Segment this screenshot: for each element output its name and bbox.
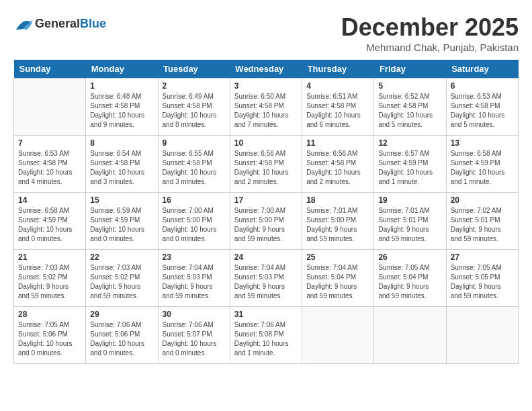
day-number: 22 xyxy=(90,253,153,262)
calendar-cell: 8Sunrise: 6:54 AMSunset: 4:58 PMDaylight… xyxy=(86,136,158,193)
weekday-header: Wednesday xyxy=(230,60,302,79)
cell-info: Sunrise: 7:01 AMSunset: 5:00 PMDaylight:… xyxy=(306,206,369,244)
calendar-cell: 14Sunrise: 6:58 AMSunset: 4:59 PMDayligh… xyxy=(14,193,86,250)
calendar-cell: 17Sunrise: 7:00 AMSunset: 5:00 PMDayligh… xyxy=(230,193,302,250)
calendar-week-row: 1Sunrise: 6:48 AMSunset: 4:58 PMDaylight… xyxy=(14,79,519,136)
calendar-cell xyxy=(302,307,374,364)
day-number: 27 xyxy=(451,253,514,262)
cell-info: Sunrise: 7:00 AMSunset: 5:00 PMDaylight:… xyxy=(163,206,226,244)
cell-info: Sunrise: 6:50 AMSunset: 4:58 PMDaylight:… xyxy=(234,92,298,130)
calendar-cell: 31Sunrise: 7:06 AMSunset: 5:08 PMDayligh… xyxy=(230,307,302,364)
cell-info: Sunrise: 6:56 AMSunset: 4:58 PMDaylight:… xyxy=(306,149,369,187)
day-number: 4 xyxy=(306,81,369,91)
day-number: 31 xyxy=(234,310,298,319)
cell-info: Sunrise: 7:04 AMSunset: 5:03 PMDaylight:… xyxy=(234,263,298,301)
cell-info: Sunrise: 6:48 AMSunset: 4:58 PMDaylight:… xyxy=(90,92,153,130)
cell-info: Sunrise: 7:06 AMSunset: 5:08 PMDaylight:… xyxy=(234,320,298,358)
day-number: 2 xyxy=(163,81,226,91)
cell-info: Sunrise: 6:57 AMSunset: 4:59 PMDaylight:… xyxy=(378,149,441,187)
calendar-week-row: 21Sunrise: 7:03 AMSunset: 5:02 PMDayligh… xyxy=(14,250,519,307)
calendar-cell: 18Sunrise: 7:01 AMSunset: 5:00 PMDayligh… xyxy=(302,193,374,250)
cell-info: Sunrise: 7:05 AMSunset: 5:06 PMDaylight:… xyxy=(18,320,81,358)
cell-info: Sunrise: 6:55 AMSunset: 4:58 PMDaylight:… xyxy=(163,149,226,187)
location-text: Mehmand Chak, Punjab, Pakistan xyxy=(341,42,519,53)
calendar-cell: 2Sunrise: 6:49 AMSunset: 4:58 PMDaylight… xyxy=(158,79,230,136)
logo-blue-text: Blue xyxy=(80,17,106,31)
calendar-cell: 10Sunrise: 6:56 AMSunset: 4:58 PMDayligh… xyxy=(230,136,302,193)
calendar-cell: 11Sunrise: 6:56 AMSunset: 4:58 PMDayligh… xyxy=(302,136,374,193)
calendar-cell: 30Sunrise: 7:06 AMSunset: 5:07 PMDayligh… xyxy=(158,307,230,364)
cell-info: Sunrise: 7:06 AMSunset: 5:07 PMDaylight:… xyxy=(163,320,226,358)
day-number: 29 xyxy=(90,310,153,319)
weekday-header: Saturday xyxy=(446,60,518,79)
calendar-header: SundayMondayTuesdayWednesdayThursdayFrid… xyxy=(14,60,519,79)
cell-info: Sunrise: 7:01 AMSunset: 5:01 PMDaylight:… xyxy=(378,206,441,244)
calendar-week-row: 28Sunrise: 7:05 AMSunset: 5:06 PMDayligh… xyxy=(14,307,519,364)
calendar-cell: 29Sunrise: 7:06 AMSunset: 5:06 PMDayligh… xyxy=(86,307,158,364)
calendar-cell: 16Sunrise: 7:00 AMSunset: 5:00 PMDayligh… xyxy=(158,193,230,250)
calendar-cell: 23Sunrise: 7:04 AMSunset: 5:03 PMDayligh… xyxy=(158,250,230,307)
calendar-cell: 22Sunrise: 7:03 AMSunset: 5:02 PMDayligh… xyxy=(86,250,158,307)
calendar-table: SundayMondayTuesdayWednesdayThursdayFrid… xyxy=(13,60,519,364)
day-number: 20 xyxy=(451,195,514,205)
calendar-cell: 13Sunrise: 6:58 AMSunset: 4:59 PMDayligh… xyxy=(446,136,518,193)
day-number: 16 xyxy=(163,195,226,205)
day-number: 23 xyxy=(163,253,226,262)
calendar-cell: 5Sunrise: 6:52 AMSunset: 4:58 PMDaylight… xyxy=(374,79,446,136)
calendar-cell: 4Sunrise: 6:51 AMSunset: 4:58 PMDaylight… xyxy=(302,79,374,136)
day-number: 26 xyxy=(378,253,441,262)
calendar-cell: 1Sunrise: 6:48 AMSunset: 4:58 PMDaylight… xyxy=(86,79,158,136)
calendar-cell: 7Sunrise: 6:53 AMSunset: 4:58 PMDaylight… xyxy=(14,136,86,193)
day-number: 13 xyxy=(451,138,514,148)
calendar-cell: 9Sunrise: 6:55 AMSunset: 4:58 PMDaylight… xyxy=(158,136,230,193)
calendar-cell: 20Sunrise: 7:02 AMSunset: 5:01 PMDayligh… xyxy=(446,193,518,250)
calendar-cell: 6Sunrise: 6:53 AMSunset: 4:58 PMDaylight… xyxy=(446,79,518,136)
day-number: 5 xyxy=(378,81,441,91)
day-number: 8 xyxy=(90,138,153,148)
cell-info: Sunrise: 6:53 AMSunset: 4:58 PMDaylight:… xyxy=(18,149,81,187)
day-number: 14 xyxy=(18,195,81,205)
cell-info: Sunrise: 6:49 AMSunset: 4:58 PMDaylight:… xyxy=(163,92,226,130)
cell-info: Sunrise: 6:53 AMSunset: 4:58 PMDaylight:… xyxy=(451,92,514,130)
calendar-week-row: 7Sunrise: 6:53 AMSunset: 4:58 PMDaylight… xyxy=(14,136,519,193)
cell-info: Sunrise: 6:54 AMSunset: 4:58 PMDaylight:… xyxy=(90,149,153,187)
day-number: 15 xyxy=(90,195,153,205)
calendar-week-row: 14Sunrise: 6:58 AMSunset: 4:59 PMDayligh… xyxy=(14,193,519,250)
day-number: 24 xyxy=(234,253,298,262)
day-number: 3 xyxy=(234,81,298,91)
cell-info: Sunrise: 6:58 AMSunset: 4:59 PMDaylight:… xyxy=(451,149,514,187)
calendar-cell: 15Sunrise: 6:59 AMSunset: 4:59 PMDayligh… xyxy=(86,193,158,250)
calendar-cell: 26Sunrise: 7:05 AMSunset: 5:04 PMDayligh… xyxy=(374,250,446,307)
page-header: GeneralBlue December 2025 Mehmand Chak, … xyxy=(13,13,519,53)
day-number: 7 xyxy=(18,138,81,148)
day-number: 1 xyxy=(90,81,153,91)
calendar-cell: 21Sunrise: 7:03 AMSunset: 5:02 PMDayligh… xyxy=(14,250,86,307)
cell-info: Sunrise: 7:03 AMSunset: 5:02 PMDaylight:… xyxy=(18,263,81,301)
day-number: 19 xyxy=(378,195,441,205)
cell-info: Sunrise: 6:52 AMSunset: 4:58 PMDaylight:… xyxy=(378,92,441,130)
day-number: 18 xyxy=(306,195,369,205)
weekday-header: Tuesday xyxy=(158,60,230,79)
cell-info: Sunrise: 7:00 AMSunset: 5:00 PMDaylight:… xyxy=(234,206,298,244)
calendar-body: 1Sunrise: 6:48 AMSunset: 4:58 PMDaylight… xyxy=(14,79,519,364)
weekday-header: Sunday xyxy=(14,60,86,79)
day-number: 12 xyxy=(378,138,441,148)
weekday-header: Thursday xyxy=(302,60,374,79)
day-number: 11 xyxy=(306,138,369,148)
cell-info: Sunrise: 7:04 AMSunset: 5:03 PMDaylight:… xyxy=(163,263,226,301)
day-number: 28 xyxy=(18,310,81,319)
cell-info: Sunrise: 7:06 AMSunset: 5:06 PMDaylight:… xyxy=(90,320,153,358)
calendar-cell: 27Sunrise: 7:05 AMSunset: 5:05 PMDayligh… xyxy=(446,250,518,307)
logo-general-text: General xyxy=(35,17,80,31)
calendar-cell xyxy=(14,79,86,136)
weekday-header: Monday xyxy=(86,60,158,79)
calendar-cell xyxy=(374,307,446,364)
cell-info: Sunrise: 7:02 AMSunset: 5:01 PMDaylight:… xyxy=(451,206,514,244)
cell-info: Sunrise: 6:58 AMSunset: 4:59 PMDaylight:… xyxy=(18,206,81,244)
day-number: 30 xyxy=(163,310,226,319)
cell-info: Sunrise: 7:04 AMSunset: 5:04 PMDaylight:… xyxy=(306,263,369,301)
day-number: 17 xyxy=(234,195,298,205)
calendar-cell: 24Sunrise: 7:04 AMSunset: 5:03 PMDayligh… xyxy=(230,250,302,307)
logo-icon xyxy=(13,13,34,34)
calendar-cell: 3Sunrise: 6:50 AMSunset: 4:58 PMDaylight… xyxy=(230,79,302,136)
